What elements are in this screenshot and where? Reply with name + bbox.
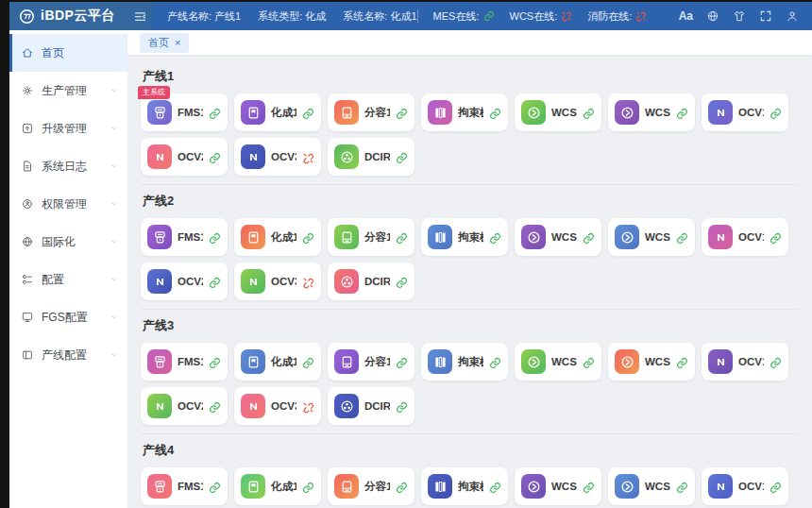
link-icon[interactable] [396, 107, 408, 119]
link-icon[interactable] [770, 356, 782, 368]
link-icon[interactable] [770, 107, 782, 119]
link-icon[interactable] [489, 231, 501, 244]
system-card[interactable]: WCS2 [608, 93, 695, 131]
system-card[interactable]: 主系统FMS1 [141, 93, 228, 131]
link-broken-icon[interactable] [302, 276, 314, 288]
system-card[interactable]: 拘束机 [421, 467, 508, 505]
system-card[interactable]: 分容1 [328, 467, 414, 505]
sidebar-item-config[interactable]: 配置 [9, 261, 127, 298]
tab-close-icon[interactable]: × [175, 38, 180, 48]
system-card[interactable]: WCS2 [608, 343, 695, 381]
link-icon[interactable] [676, 356, 688, 368]
system-card[interactable]: WCS1 [515, 218, 601, 256]
system-card[interactable]: 化成1 [234, 93, 321, 131]
card-label: 拘束机 [458, 355, 483, 369]
system-card[interactable]: 化成1 [234, 343, 321, 381]
section-title: 产线4 [143, 442, 799, 459]
link-icon[interactable] [396, 481, 408, 493]
cabinet-icon [241, 349, 265, 374]
link-icon[interactable] [676, 481, 688, 493]
link-icon[interactable] [583, 481, 595, 493]
system-card[interactable]: OCV3 [234, 138, 321, 176]
system-card[interactable]: FMS1 [141, 218, 228, 256]
link-icon[interactable] [770, 231, 782, 244]
system-card[interactable]: OCV3 [234, 262, 321, 300]
card-grid: FMS1化成1分容1拘束机WCS1WCS2OCV1OCV2OCV3DCIR1 [141, 218, 799, 300]
link-icon[interactable] [583, 107, 595, 119]
system-card[interactable]: 分容1 [328, 343, 414, 381]
link-icon[interactable] [302, 481, 314, 493]
link-icon[interactable] [489, 356, 501, 368]
link-icon[interactable] [676, 107, 688, 119]
link-icon[interactable] [209, 356, 221, 368]
link-icon[interactable] [209, 107, 221, 119]
system-card[interactable]: OCV3 [234, 387, 321, 425]
link-icon[interactable] [770, 481, 782, 493]
font-size-icon[interactable]: Aa [679, 9, 693, 23]
link-icon[interactable] [396, 231, 408, 244]
system-card[interactable]: DCIR1 [328, 138, 414, 176]
sidebar-item-globe[interactable]: 国际化 [9, 223, 127, 261]
link-icon[interactable] [396, 276, 408, 288]
link-icon[interactable] [396, 151, 408, 163]
chevron-down-icon [109, 274, 120, 285]
system-card[interactable]: 化成1 [234, 467, 321, 505]
system-card[interactable]: OCV2 [141, 262, 228, 300]
sidebar-item-fgs[interactable]: FGS配置 [9, 298, 127, 336]
link-icon[interactable] [302, 356, 314, 368]
system-card[interactable]: OCV1 [702, 218, 788, 256]
card-label: FMS1 [178, 107, 203, 118]
link-icon[interactable] [489, 107, 501, 119]
system-card[interactable]: WCS2 [608, 218, 695, 256]
system-card[interactable]: 分容1 [328, 93, 414, 131]
fullscreen-icon[interactable] [759, 9, 772, 23]
system-card[interactable]: WCS1 [515, 467, 601, 505]
link-broken-icon[interactable] [302, 400, 314, 413]
system-card[interactable]: OCV1 [702, 467, 788, 505]
sidebar-item-label: 系统日志 [42, 159, 101, 175]
chevron-down-icon [109, 198, 120, 210]
sidebar-item-linecfg[interactable]: 产线配置 [9, 336, 127, 374]
system-card[interactable]: OCV1 [702, 93, 788, 131]
link-icon[interactable] [209, 151, 221, 163]
link-broken-icon[interactable] [302, 151, 314, 163]
system-card[interactable]: FMS1 [141, 343, 228, 381]
link-icon[interactable] [302, 231, 314, 244]
system-card[interactable]: 拘束机 [421, 343, 508, 381]
theme-icon[interactable] [733, 9, 746, 23]
system-card[interactable]: 化成1 [234, 218, 321, 256]
card-label: FMS1 [178, 481, 203, 492]
sidebar-item-upgrade[interactable]: 升级管理 [9, 110, 127, 147]
sidebar-item-log[interactable]: 系统日志 [9, 147, 127, 185]
system-card[interactable]: 分容1 [328, 218, 414, 256]
link-icon[interactable] [396, 356, 408, 368]
system-card[interactable]: DCIR1 [328, 387, 414, 425]
system-card[interactable]: DCIR1 [328, 262, 414, 300]
sidebar-item-production[interactable]: 生产管理 [9, 72, 127, 110]
system-card[interactable]: 拘束机 [421, 218, 508, 256]
user-icon[interactable] [786, 9, 799, 23]
sidebar-item-permission[interactable]: 权限管理 [9, 185, 127, 223]
system-card[interactable]: OCV1 [702, 343, 788, 381]
globe-icon[interactable] [706, 9, 719, 23]
system-card[interactable]: OCV2 [141, 387, 228, 425]
link-icon[interactable] [583, 231, 595, 244]
link-icon[interactable] [583, 356, 595, 368]
link-icon[interactable] [209, 481, 221, 493]
system-card[interactable]: WCS2 [608, 467, 695, 505]
sidebar-item-home[interactable]: 首页 [9, 34, 127, 72]
sidebar-collapse-icon[interactable] [127, 2, 152, 30]
link-icon[interactable] [209, 231, 221, 244]
link-icon[interactable] [676, 231, 688, 244]
system-card[interactable]: 拘束机 [421, 93, 508, 131]
system-card[interactable]: FMS1 [141, 467, 228, 505]
link-icon[interactable] [302, 107, 314, 119]
tab-home[interactable]: 首页× [140, 33, 189, 53]
system-card[interactable]: OCV2 [141, 138, 228, 176]
link-icon[interactable] [209, 276, 221, 288]
system-card[interactable]: WCS1 [515, 93, 601, 131]
system-card[interactable]: WCS1 [515, 343, 601, 381]
link-icon[interactable] [396, 400, 408, 413]
link-icon[interactable] [489, 481, 501, 493]
link-icon[interactable] [209, 400, 221, 413]
